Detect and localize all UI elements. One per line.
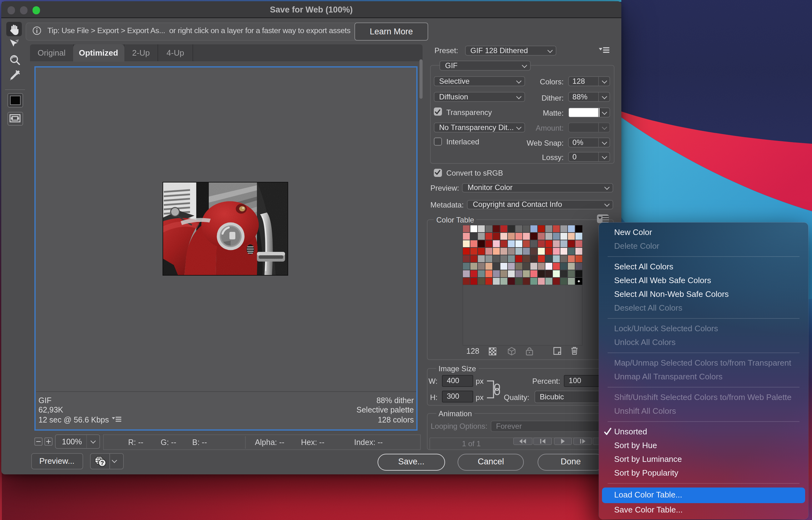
svg-text:?: ? <box>101 460 104 466</box>
